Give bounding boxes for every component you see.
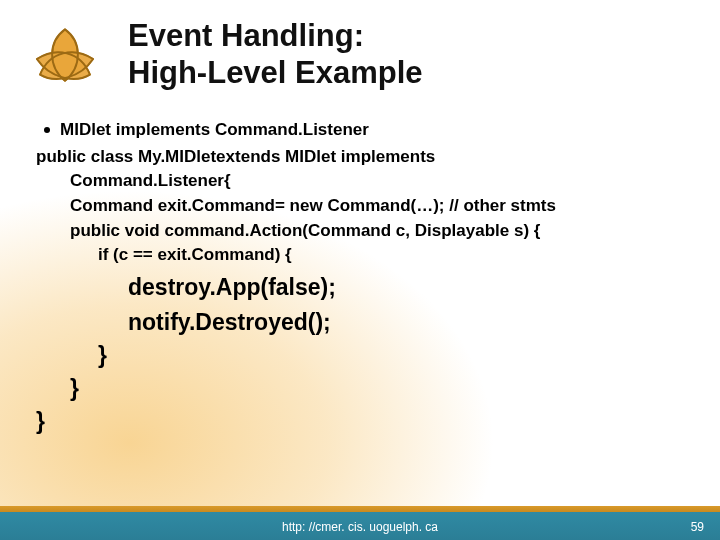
brace-mid: } — [36, 373, 680, 404]
trinity-knot-logo — [26, 20, 104, 98]
title-line-2: High-Level Example — [128, 55, 423, 90]
code-line-5: if (c == exit.Command) { — [36, 243, 680, 268]
bullet-text: MIDlet implements Command.Listener — [60, 118, 369, 143]
bullet-line: MIDlet implements Command.Listener — [36, 118, 680, 143]
code-line-3: Command exit.Command= new Command(…); //… — [36, 194, 680, 219]
code-line-4: public void command.Action(Command c, Di… — [36, 219, 680, 244]
brace-inner: } — [36, 340, 680, 371]
footer-url: http: //cmer. cis. uoguelph. ca — [0, 520, 720, 534]
code-line-2: Command.Listener{ — [36, 169, 680, 194]
code-big-1: destroy.App(false); — [36, 272, 680, 303]
page-number: 59 — [691, 520, 704, 534]
slide: Event Handling: High-Level Example MIDle… — [0, 0, 720, 540]
code-line-1: public class My.MIDletextends MIDlet imp… — [36, 145, 680, 170]
brace-outer: } — [36, 406, 680, 437]
slide-body: MIDlet implements Command.Listener publi… — [36, 118, 680, 437]
code-big-2: notify.Destroyed(); — [36, 307, 680, 338]
title-line-1: Event Handling: — [128, 18, 364, 53]
closing-braces: } } } — [36, 340, 680, 437]
bullet-dot-icon — [44, 127, 50, 133]
slide-title: Event Handling: High-Level Example — [128, 18, 680, 91]
